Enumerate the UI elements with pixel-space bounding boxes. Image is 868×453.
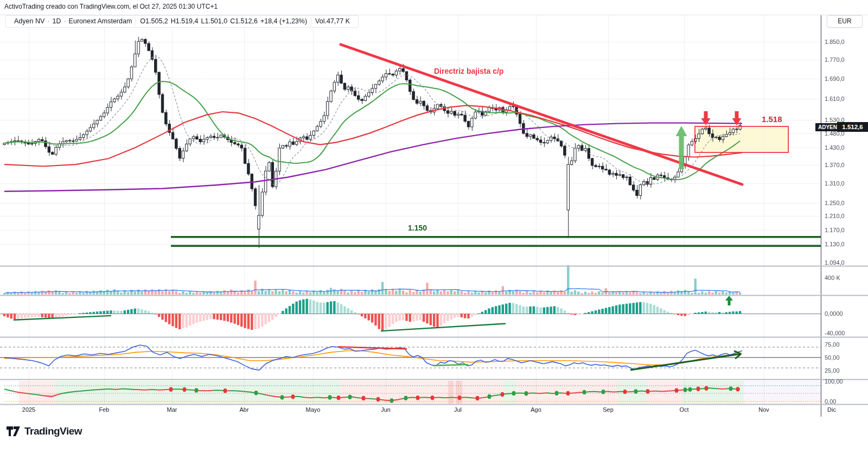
currency-button[interactable]: EUR [827,15,863,28]
time-axis-label: Jun [381,406,391,413]
time-axis-label: Oct [679,406,688,413]
time-axis-label: Sep [603,406,614,413]
indicator-axis-label: 400 K [825,275,840,281]
indicator-axis-label: 100,00 [825,378,843,385]
symbol-name: Adyen NV [14,17,44,26]
tradingview-logo-icon [7,425,21,438]
price-axis-label: 1.130,0 [825,241,845,247]
tradingview-logo[interactable]: TradingView [7,425,82,438]
time-axis-label: Mar [167,406,177,413]
price-axis-label: 1.430,0 [825,144,845,151]
indicator-axis-label: 0,0000 [825,310,843,317]
price-axis-label: 1.094,0 [825,259,845,266]
price-axis-label: 1.370,0 [825,162,845,168]
price-axis-label: 1.310,0 [825,180,845,187]
volume-value: Vol.47,77 K [315,17,350,26]
exchange-name: Euronext Amsterdam [69,17,132,26]
time-axis-label: Dic [827,406,836,413]
price-axis-label: 1.610,0 [825,95,845,102]
time-axis-label: Jul [454,406,462,413]
price-axis-label: 1.250,0 [825,200,845,206]
timeframe: 1D [52,17,61,26]
indicator-axis-label: -40,000 [825,330,845,336]
price-axis-label: 1.210,0 [825,213,845,219]
tradingview-logo-text: TradingView [24,425,82,437]
symbol-group: Adyen NV · 1D · Euronext Amsterdam [10,17,136,26]
separator: · [47,17,49,26]
ohlc-group: O1.505,2H1.519,4L1.501,0C1.512,6+18,4 (+… [136,17,311,26]
last-price-badge: 1.512,6 [837,122,868,132]
attribution-text: ActivoTrading creado con TradingView.com… [4,3,218,10]
price-axis-label: 1.690,0 [825,75,845,82]
ohlc-value: C1.512,6 [230,17,258,26]
symbol-badge: ADYEN [815,123,840,131]
separator: · [63,17,66,26]
time-axis-label: 2025 [22,406,35,413]
symbol-info-bar[interactable]: Adyen NV · 1D · Euronext Amsterdam O1.50… [5,15,359,28]
change-value: +18,4 (+1,23%) [260,17,307,26]
time-axis-label: Abr [239,406,248,413]
volume-group: Vol.47,77 K [311,17,354,26]
time-axis-label: Mayo [306,406,321,413]
indicator-axis-label: 0,00 [825,398,836,405]
ohlc-value: L1.501,0 [201,17,228,26]
time-axis-label: Feb [99,406,110,413]
ohlc-value: O1.505,2 [140,17,168,26]
resistance-annotation-label[interactable]: 1.518 [762,114,782,124]
ohlc-value: H1.519,4 [171,17,199,26]
trendline-annotation-label[interactable]: Directriz bajista c/p [434,67,503,75]
time-axis-label: Ago [531,406,541,413]
indicator-axis-label: 25,00 [825,367,840,374]
price-axis-label: 1.170,0 [825,227,845,233]
indicator-axis-label: 75,00 [825,341,840,348]
time-axis-label: Nov [758,406,769,413]
price-axis-label: 1.770,0 [825,56,845,63]
indicator-axis-label: 50,00 [825,354,840,361]
price-axis-label: 1.850,0 [825,39,845,45]
support-annotation-label[interactable]: 1.150 [408,224,427,232]
tradingview-chart-page: ActivoTrading creado con TradingView.com… [0,0,868,453]
